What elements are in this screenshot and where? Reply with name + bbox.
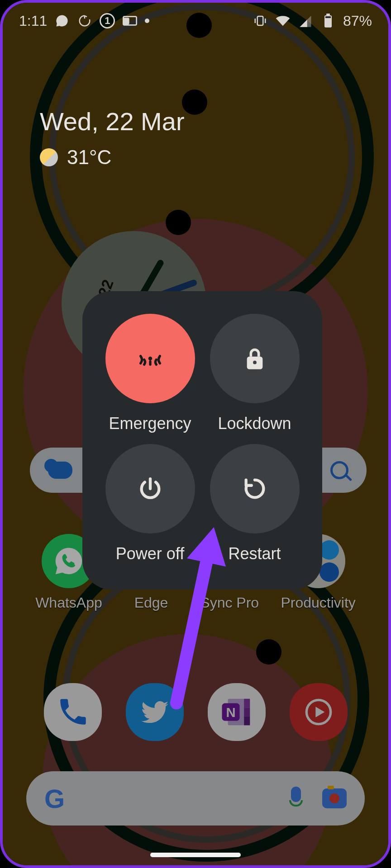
phone-frame: Wed 22 1:11 1	[0, 0, 391, 868]
dock-app-ytmusic[interactable]	[290, 683, 348, 741]
signal-icon	[298, 13, 313, 28]
gesture-nav-bar[interactable]	[3, 853, 388, 857]
date-text: Wed, 22 Mar	[40, 107, 185, 136]
svg-rect-8	[244, 699, 250, 708]
battery-percent: 87%	[343, 13, 372, 29]
svg-point-14	[148, 357, 152, 361]
emergency-icon	[136, 344, 165, 373]
power-off-button[interactable]: Power off	[98, 444, 202, 570]
at-a-glance-widget[interactable]: Wed, 22 Mar 31°C	[40, 107, 185, 169]
power-icon	[137, 476, 163, 502]
svg-point-17	[253, 361, 257, 364]
status-time: 1:11	[19, 13, 47, 29]
camera-icon[interactable]	[322, 788, 347, 808]
lockdown-button[interactable]: Lockdown	[202, 314, 307, 439]
search-icon	[330, 461, 348, 479]
whatsapp-icon	[53, 545, 85, 577]
more-notifications-dot	[145, 19, 149, 23]
google-search-bar[interactable]: G	[26, 771, 365, 826]
onedrive-icon	[48, 462, 72, 479]
status-bar: 1:11 1 87%	[3, 3, 388, 39]
outlook-icon	[122, 13, 138, 28]
svg-rect-5	[325, 16, 331, 18]
wifi-icon	[275, 13, 291, 28]
weather-icon	[40, 148, 58, 166]
notification-count-badge: 1	[100, 13, 115, 28]
ytmusic-icon	[300, 694, 337, 730]
temperature-text: 31°C	[67, 146, 111, 169]
svg-rect-10	[244, 717, 250, 726]
mic-icon[interactable]	[287, 787, 305, 810]
svg-rect-9	[244, 708, 250, 717]
svg-rect-1	[123, 18, 129, 24]
battery-icon	[320, 13, 336, 28]
vibrate-icon	[253, 13, 268, 28]
restart-icon	[242, 476, 268, 502]
phone-icon	[56, 695, 90, 729]
svg-rect-2	[257, 16, 263, 25]
chat-notification-icon	[54, 13, 70, 28]
lock-icon	[243, 345, 267, 372]
svg-rect-15	[149, 360, 151, 366]
emergency-button[interactable]: Emergency	[98, 314, 202, 439]
google-logo-icon: G	[44, 783, 65, 814]
sync-icon	[77, 13, 92, 28]
dock-app-phone[interactable]	[44, 683, 102, 741]
svg-rect-4	[326, 14, 330, 15]
